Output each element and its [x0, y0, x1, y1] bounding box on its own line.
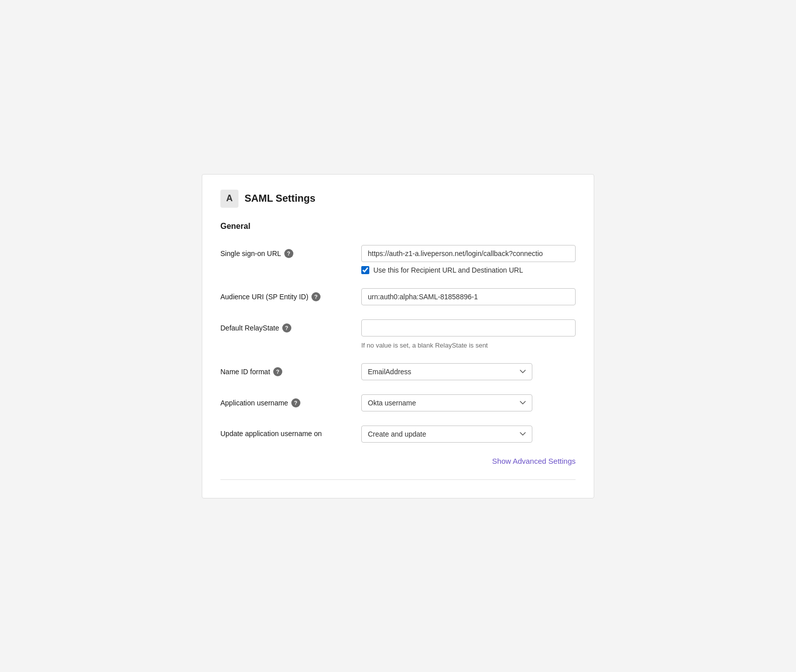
- relay-state-row: Default RelayState ? If no value is set,…: [220, 319, 576, 349]
- card-header: A SAML Settings: [220, 190, 576, 208]
- sso-url-label: Single sign-on URL: [220, 249, 281, 258]
- name-id-format-select[interactable]: Unspecified EmailAddress X509SubjectName…: [361, 363, 532, 380]
- advanced-settings-section: Show Advanced Settings: [220, 457, 576, 465]
- app-username-row: Application username ? Okta username Ema…: [220, 394, 576, 411]
- app-username-select[interactable]: Okta username Email Custom: [361, 394, 532, 411]
- card-title: SAML Settings: [245, 193, 315, 204]
- name-id-format-label: Name ID format: [220, 368, 270, 376]
- audience-uri-label-col: Audience URI (SP Entity ID) ?: [220, 288, 361, 301]
- relay-state-input[interactable]: [361, 319, 576, 337]
- sso-url-row: Single sign-on URL ? Use this for Recipi…: [220, 245, 576, 274]
- update-username-label: Update application username on: [220, 430, 322, 438]
- recipient-url-checkbox[interactable]: [361, 266, 369, 274]
- audience-uri-help-icon[interactable]: ?: [311, 292, 321, 301]
- saml-settings-card: A SAML Settings General Single sign-on U…: [202, 174, 594, 498]
- name-id-format-help-icon[interactable]: ?: [273, 367, 282, 376]
- sso-url-help-icon[interactable]: ?: [284, 249, 293, 258]
- app-username-control-col: Okta username Email Custom: [361, 394, 576, 411]
- sso-url-label-col: Single sign-on URL ?: [220, 245, 361, 258]
- audience-uri-input[interactable]: [361, 288, 576, 305]
- section-general-title: General: [220, 222, 576, 231]
- sso-url-control-col: Use this for Recipient URL and Destinati…: [361, 245, 576, 274]
- relay-state-help-icon[interactable]: ?: [282, 323, 291, 332]
- update-username-label-col: Update application username on: [220, 426, 361, 438]
- app-username-help-icon[interactable]: ?: [291, 398, 300, 407]
- sso-url-checkbox-row: Use this for Recipient URL and Destinati…: [361, 266, 576, 274]
- bottom-divider: [220, 479, 576, 480]
- relay-state-control-col: If no value is set, a blank RelayState i…: [361, 319, 576, 349]
- sso-url-input[interactable]: [361, 245, 576, 262]
- audience-uri-control-col: [361, 288, 576, 305]
- audience-uri-label: Audience URI (SP Entity ID): [220, 293, 308, 301]
- update-username-row: Update application username on Create an…: [220, 426, 576, 443]
- step-badge: A: [220, 190, 238, 208]
- update-username-control-col: Create and update Create only: [361, 426, 576, 443]
- name-id-format-control-col: Unspecified EmailAddress X509SubjectName…: [361, 363, 576, 380]
- update-username-select[interactable]: Create and update Create only: [361, 426, 532, 443]
- app-username-label: Application username: [220, 399, 288, 407]
- name-id-format-row: Name ID format ? Unspecified EmailAddres…: [220, 363, 576, 380]
- relay-state-hint: If no value is set, a blank RelayState i…: [361, 342, 576, 349]
- relay-state-label-col: Default RelayState ?: [220, 319, 361, 332]
- show-advanced-settings-link[interactable]: Show Advanced Settings: [492, 457, 576, 465]
- relay-state-label: Default RelayState: [220, 324, 279, 332]
- name-id-format-label-col: Name ID format ?: [220, 363, 361, 376]
- audience-uri-row: Audience URI (SP Entity ID) ?: [220, 288, 576, 305]
- app-username-label-col: Application username ?: [220, 394, 361, 407]
- recipient-url-label: Use this for Recipient URL and Destinati…: [373, 266, 523, 274]
